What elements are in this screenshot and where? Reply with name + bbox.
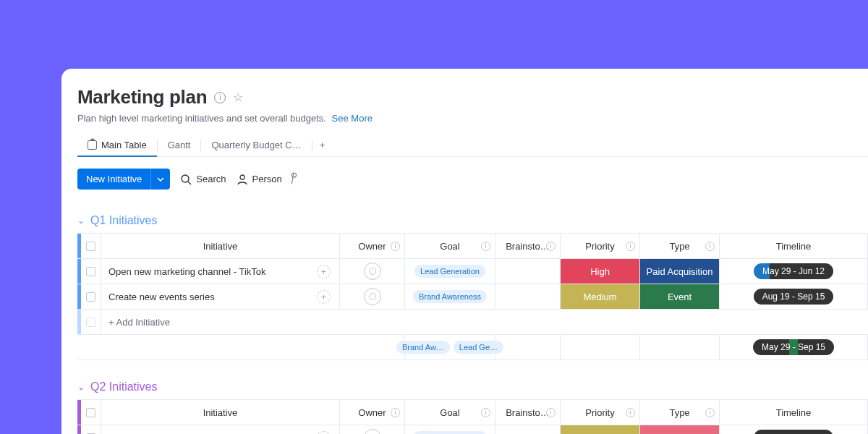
svg-point-2 (240, 175, 244, 179)
app-window: Marketing plan i ☆ Plan high level marke… (61, 69, 868, 434)
info-icon[interactable]: i (705, 242, 715, 251)
type-badge: Event (640, 284, 719, 309)
info-icon[interactable]: i (214, 92, 226, 103)
col-brainstorm[interactable]: Brainsto…i (495, 400, 561, 425)
info-icon[interactable]: i (705, 408, 715, 417)
select-all-checkbox[interactable] (81, 234, 101, 258)
info-icon[interactable]: i (546, 242, 556, 251)
col-owner[interactable]: Owneri (340, 234, 405, 258)
row-checkbox[interactable] (81, 425, 101, 434)
person-icon (237, 174, 248, 185)
table-row[interactable]: Open new marketing channel - TikTok + Le… (77, 259, 868, 284)
add-row[interactable]: + Add Initiative (77, 310, 868, 335)
table-header-row: Initiative Owneri Goali Brainsto…i Prior… (77, 400, 868, 425)
group-table: Initiative Owneri Goali Brainsto…i Prior… (77, 233, 868, 360)
group-title: Q2 Initiatives (90, 380, 157, 393)
cell-goal[interactable]: Lead Generation (405, 259, 495, 284)
toolbar: New Initiative Search Person (77, 169, 868, 194)
table-row[interactable]: New Product launch + Brand Awareness Med… (77, 425, 868, 434)
person-label: Person (252, 174, 282, 184)
person-placeholder-icon (364, 429, 381, 434)
group-header[interactable]: ⌄ Q2 Initiatives (77, 380, 868, 393)
new-initiative-button[interactable]: New Initiative (77, 169, 170, 190)
goal-pill: Brand Aw… (396, 341, 450, 354)
chevron-down-icon[interactable] (150, 169, 170, 190)
add-subitem-icon[interactable]: + (317, 431, 331, 435)
col-priority[interactable]: Priorityi (561, 234, 640, 258)
group-table: Initiative Owneri Goali Brainsto…i Prior… (77, 399, 868, 434)
tab-main-table[interactable]: Main Table (77, 134, 157, 156)
cell-goal[interactable]: Brand Awareness (405, 284, 495, 309)
col-owner[interactable]: Owneri (340, 400, 405, 425)
cell-owner[interactable] (340, 425, 405, 434)
type-badge: Social Media (640, 425, 719, 434)
select-all-checkbox[interactable] (81, 400, 101, 425)
cell-initiative[interactable]: Create new events series + (101, 284, 340, 309)
group-title: Q1 Initiatives (90, 214, 157, 227)
filter-button[interactable] (292, 174, 298, 184)
tab-gantt[interactable]: Gantt (158, 134, 201, 156)
col-brainstorm[interactable]: Brainsto…i (495, 234, 561, 258)
priority-badge: Medium (561, 425, 639, 434)
cell-timeline[interactable]: Aug 19 - Sep 15 (720, 284, 868, 309)
cell-brainstorm[interactable] (495, 425, 561, 434)
timeline-pill: May 29 - Jun 12 (754, 263, 833, 279)
info-icon[interactable]: i (626, 242, 635, 251)
favorite-icon[interactable]: ☆ (233, 90, 243, 104)
info-icon[interactable]: i (391, 408, 400, 417)
goal-pill: Brand Awareness (413, 290, 487, 303)
cell-type[interactable]: Social Media (640, 425, 720, 434)
row-checkbox[interactable] (81, 284, 101, 309)
info-icon[interactable]: i (391, 242, 400, 251)
group-header[interactable]: ⌄ Q1 Initiatives (77, 214, 868, 227)
timeline-pill: May 29 - Sep 15 (753, 339, 834, 355)
chevron-down-icon: ⌄ (77, 382, 85, 392)
col-type[interactable]: Typei (640, 234, 720, 258)
col-type[interactable]: Typei (640, 400, 720, 425)
info-icon[interactable]: i (626, 408, 635, 417)
cell-initiative[interactable]: Open new marketing channel - TikTok + (101, 259, 340, 284)
person-filter-button[interactable]: Person (237, 174, 282, 185)
search-button[interactable]: Search (180, 174, 226, 185)
summary-row: Brand Aw… Lead Ge… May 29 - Sep 15 (77, 335, 868, 360)
cell-priority[interactable]: Medium (561, 425, 640, 434)
cell-timeline[interactable]: May 29 - Jun 12 (720, 259, 868, 284)
cell-type[interactable]: Paid Acquisition (640, 259, 720, 284)
header: Marketing plan i ☆ (77, 86, 868, 109)
cell-owner[interactable] (340, 284, 405, 309)
add-subitem-icon[interactable]: + (317, 290, 331, 304)
cell-priority[interactable]: High (561, 259, 640, 284)
cell-brainstorm[interactable] (495, 259, 561, 284)
see-more-link[interactable]: See More (332, 113, 373, 124)
col-initiative[interactable]: Initiative (101, 234, 340, 258)
col-priority[interactable]: Priorityi (561, 400, 640, 425)
table-row[interactable]: Create new events series + Brand Awarene… (77, 284, 868, 310)
info-icon[interactable]: i (546, 408, 556, 417)
svg-line-1 (188, 182, 191, 184)
add-subitem-icon[interactable]: + (317, 265, 331, 278)
cell-priority[interactable]: Medium (561, 284, 640, 309)
col-timeline[interactable]: Timeline (720, 400, 868, 425)
col-timeline[interactable]: Timeline (720, 234, 868, 258)
summary-owner (340, 335, 405, 359)
view-tabs: Main Table Gantt Quarterly Budget C… + (77, 134, 868, 157)
cell-owner[interactable] (340, 259, 405, 284)
row-checkbox[interactable] (81, 310, 101, 334)
col-goal[interactable]: Goali (405, 234, 495, 258)
goal-pill: Lead Generation (414, 265, 485, 278)
add-tab-button[interactable]: + (312, 134, 333, 156)
groups-container: ⌄ Q1 Initiatives Initiative Owneri Goali… (77, 214, 868, 434)
cell-brainstorm[interactable] (495, 284, 561, 309)
info-icon[interactable]: i (481, 242, 490, 251)
info-icon[interactable]: i (481, 408, 490, 417)
col-goal[interactable]: Goali (405, 400, 495, 425)
cell-timeline[interactable]: Jul 17 - Aug 15 (720, 425, 868, 434)
cell-initiative[interactable]: New Product launch + (101, 425, 340, 434)
tab-budget[interactable]: Quarterly Budget C… (201, 134, 311, 156)
col-initiative[interactable]: Initiative (101, 400, 340, 425)
cell-goal[interactable]: Brand Awareness (405, 425, 495, 434)
initiative-name: Open new marketing channel - TikTok (109, 266, 317, 277)
cell-type[interactable]: Event (640, 284, 720, 309)
search-icon (180, 174, 192, 185)
row-checkbox[interactable] (81, 259, 101, 284)
